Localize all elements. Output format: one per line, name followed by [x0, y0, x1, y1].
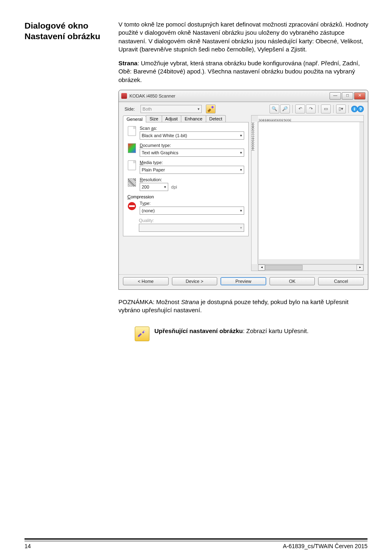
- chevron-down-icon: ▾: [198, 107, 200, 111]
- info-icon: i: [351, 106, 358, 112]
- compression-type-label: Type:: [140, 201, 244, 206]
- wrench-icon: [135, 327, 149, 341]
- chevron-down-icon: ▾: [240, 168, 242, 172]
- heading-l2: Nastavení obrázku: [24, 31, 100, 41]
- media-type-value: Plain Paper: [142, 167, 165, 172]
- tab-enhance[interactable]: Enhance: [181, 115, 206, 122]
- tab-adjust[interactable]: Adjust: [162, 115, 182, 122]
- quality-button[interactable]: ▯▾: [336, 104, 346, 113]
- cancel-button[interactable]: Cancel: [318, 277, 364, 285]
- media-type-label: Media type:: [140, 160, 244, 165]
- resolution-value: 200: [142, 184, 149, 189]
- strana-rest: : Umožňuje vybrat, která strana obrázku …: [118, 60, 360, 83]
- chevron-down-icon: ▾: [240, 226, 242, 230]
- section-heading: Dialogové okno Nastavení obrázku: [24, 20, 110, 42]
- chevron-down-icon: ▾: [164, 185, 166, 189]
- scroll-track[interactable]: [265, 265, 356, 270]
- tab-size[interactable]: Size: [146, 115, 162, 122]
- separator: [333, 105, 334, 113]
- chevron-down-icon: ▾: [240, 151, 242, 155]
- fit-button[interactable]: ▭: [321, 104, 331, 113]
- side-value: Both: [143, 107, 152, 111]
- scan-as-value: Black and White (1-bit): [142, 133, 187, 138]
- compression-type-combo[interactable]: (none) ▾: [140, 207, 244, 215]
- button-row: < Home Device > Preview OK Cancel: [119, 274, 368, 289]
- side-combo[interactable]: Both ▾: [140, 105, 202, 113]
- note-paragraph: POZNÁMKA: Možnost Strana je dostupná pou…: [118, 298, 368, 315]
- help-icon: ?: [357, 106, 364, 112]
- media-type-combo[interactable]: Plain Paper ▾: [140, 166, 244, 174]
- advset-rest: : Zobrazí kartu Upřesnit.: [243, 327, 309, 334]
- scrollbar-horizontal[interactable]: ◂ ▸: [258, 264, 363, 271]
- scan-as-icon: [127, 126, 136, 136]
- paragraph-strana: Strana: Umožňuje vybrat, která strana ob…: [118, 59, 368, 84]
- compression-type-value: (none): [142, 208, 155, 213]
- document-type-value: Text with Graphics: [142, 150, 178, 155]
- scroll-thumb[interactable]: [265, 265, 303, 270]
- side-label: Side:: [125, 107, 135, 111]
- maximize-button[interactable]: □: [342, 92, 353, 100]
- home-button[interactable]: < Home: [123, 277, 169, 285]
- zoom-in-button[interactable]: 🔍: [270, 104, 279, 113]
- titlebar: KODAK i4850 Scanner — □ ✕: [119, 90, 368, 102]
- ok-button[interactable]: OK: [270, 277, 315, 285]
- close-button[interactable]: ✕: [354, 92, 365, 100]
- rotate-right-button[interactable]: ↷: [306, 104, 316, 113]
- separator: [292, 105, 293, 113]
- resolution-icon: [127, 177, 136, 188]
- scroll-left-button[interactable]: ◂: [258, 264, 265, 271]
- minimize-button[interactable]: —: [330, 92, 341, 100]
- separator: [348, 105, 349, 113]
- zoom-out-button[interactable]: 🔎: [280, 104, 290, 113]
- dpi-label: dpi: [171, 184, 177, 189]
- page-number: 14: [24, 543, 31, 549]
- quality-combo: ▾: [139, 224, 244, 232]
- chevron-down-icon: ▾: [240, 133, 242, 138]
- scan-as-label: Scan as:: [140, 126, 244, 131]
- resolution-label: Resolution:: [140, 177, 244, 182]
- quality-label: Quality:: [139, 218, 244, 223]
- heading-l1: Dialogové okno: [24, 21, 88, 30]
- note-em: Strana: [181, 298, 199, 305]
- paragraph-intro: V tomto okně lze pomocí dostupných karet…: [118, 20, 368, 53]
- advanced-setup-row: Upřesňující nastavení obrázku: Zobrazí k…: [135, 325, 368, 341]
- tab-content-general: Scan as: Black and White (1-bit) ▾ Docum…: [123, 122, 249, 236]
- advanced-image-setup-button[interactable]: [206, 104, 216, 113]
- preview-canvas: [259, 122, 359, 259]
- chevron-down-icon: ▾: [240, 209, 242, 213]
- device-button[interactable]: Device >: [172, 277, 218, 285]
- separator: [318, 105, 318, 113]
- document-type-label: Document type:: [140, 143, 244, 148]
- tab-strip: General Size Adjust Enhance Detect: [123, 115, 249, 122]
- window-title: KODAK i4850 Scanner: [129, 93, 330, 98]
- advset-bold: Upřesňující nastavení obrázku: [154, 327, 243, 334]
- document-type-icon: [127, 143, 136, 153]
- note-label: POZNÁMKA:: [118, 298, 156, 305]
- svg-point-0: [144, 331, 145, 333]
- resolution-combo[interactable]: 200 ▾: [140, 183, 168, 191]
- scroll-right-button[interactable]: ▸: [356, 264, 363, 271]
- app-icon: [121, 93, 127, 99]
- scan-as-combo[interactable]: Black and White (1-bit) ▾: [140, 131, 244, 140]
- media-type-icon: [127, 160, 136, 171]
- rotate-left-button[interactable]: ↶: [295, 104, 305, 113]
- page-footer: 14 A-61839_cs/TWAIN Červen 2015: [24, 538, 368, 549]
- tab-detect[interactable]: Detect: [206, 115, 226, 122]
- note-pre: Možnost: [156, 298, 181, 305]
- document-type-combo[interactable]: Text with Graphics ▾: [140, 149, 244, 157]
- tab-general[interactable]: General: [123, 116, 146, 122]
- strana-bold: Strana: [118, 60, 138, 67]
- ruler-vertical: |₁|₂|₃|₄|₅|₆|₇|₈|₉|₁|₁|₁|₁|₁|: [252, 122, 258, 264]
- doc-id: A-61839_cs/TWAIN Červen 2015: [283, 543, 368, 549]
- info-icons[interactable]: i ?: [351, 106, 364, 112]
- compression-type-icon: [127, 201, 136, 211]
- ruler-horizontal: |₁|₁|₂|₁|₃|₁|₄|₁|₅|₁|₆|₁|₇|₁|₈|₁|: [258, 116, 363, 122]
- advanced-setup-text: Upřesňující nastavení obrázku: Zobrazí k…: [154, 325, 309, 334]
- scanner-window: KODAK i4850 Scanner — □ ✕ Side: Both ▾ 🔍: [118, 90, 368, 290]
- compression-group-label: Compression: [127, 194, 244, 199]
- preview-panel: |₁|₁|₂|₁|₃|₁|₄|₁|₅|₁|₆|₁|₇|₁|₈|₁| |₁|₂|₃…: [251, 115, 364, 271]
- preview-button[interactable]: Preview: [220, 277, 266, 285]
